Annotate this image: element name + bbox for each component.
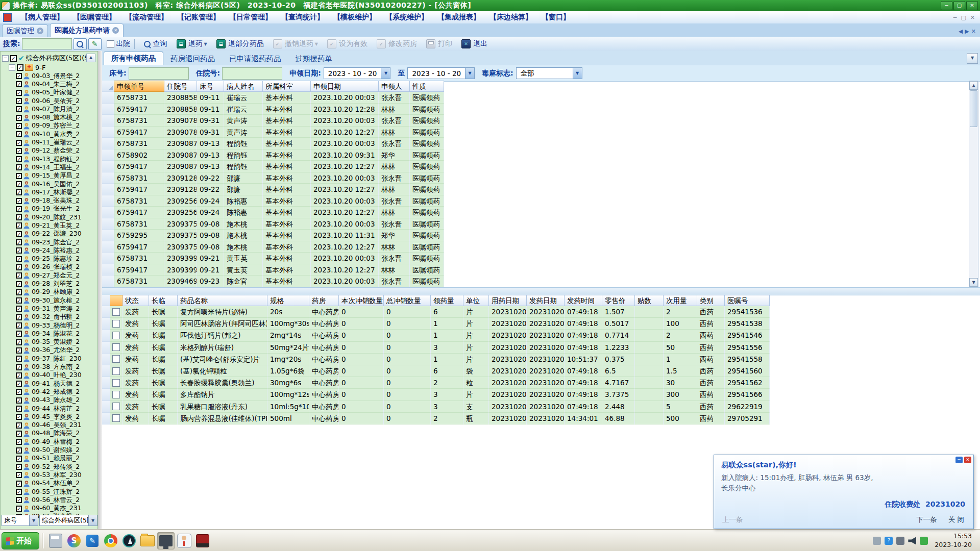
cell-category[interactable]: 西药 <box>697 354 725 365</box>
cell-order-type[interactable]: 长嘱 <box>149 342 178 354</box>
checkbox[interactable]: ✓ <box>16 439 22 445</box>
cell-requester[interactable]: 张永晋 <box>379 276 410 287</box>
cell-department[interactable]: 基本外科 <box>263 218 311 230</box>
admission-filter-input[interactable] <box>222 67 282 80</box>
table-splitter[interactable] <box>102 287 980 295</box>
cell-request-date[interactable]: 2023.10.20 00:03 <box>311 92 379 104</box>
cell-use-date[interactable]: 20231020 <box>489 377 527 389</box>
cell-order-no[interactable]: 29541558 <box>725 354 770 365</box>
cell-request-no[interactable]: 6758731 <box>114 138 164 149</box>
pen-app-icon[interactable]: ✎ <box>84 532 101 549</box>
next-message-link[interactable]: 下一条 <box>916 515 937 524</box>
tab-scroll-right-icon[interactable]: ▶ <box>965 28 969 35</box>
splitter[interactable] <box>98 51 102 530</box>
cell-pharmacy[interactable]: 中心药房 <box>309 377 339 389</box>
cell-order-no[interactable]: 29541536 <box>725 306 770 318</box>
cell-patient-name[interactable]: 邵濂 <box>224 172 263 184</box>
checkbox[interactable]: ✓ <box>16 331 22 337</box>
menu-item[interactable]: 【集成报表】 <box>433 13 485 22</box>
cell-request-date[interactable]: 2023.10.20 12:27 <box>311 161 379 172</box>
popup-close-icon[interactable]: ✕ <box>964 457 971 463</box>
patient-tree-item[interactable]: ✓09-03_傅景华_2 <box>16 72 97 80</box>
cell-request-no[interactable]: 6758902 <box>114 149 164 161</box>
patient-tree-item[interactable]: ✓09-12_蔡金荣_2 <box>16 147 97 155</box>
cell-status[interactable]: 发药 <box>122 342 149 354</box>
checkbox[interactable]: ✓ <box>16 81 22 87</box>
cell-department[interactable]: 基本外科 <box>263 161 311 172</box>
cell-bed-no[interactable]: 09-13 <box>197 149 224 161</box>
patient-tree-item[interactable]: ✓09-24_陈裕惠_2 <box>16 246 97 255</box>
row-checkbox[interactable] <box>112 403 120 410</box>
cell-current-offset-qty[interactable]: 0 <box>339 330 384 341</box>
menu-item[interactable]: 【日常管理】 <box>225 13 277 22</box>
cell-pharmacy[interactable]: 中心药房 <box>309 401 339 413</box>
vertical-scrollbar[interactable]: ▲ ▼ <box>969 81 978 287</box>
row-marker[interactable] <box>102 207 114 218</box>
cell-order-no[interactable]: 29541562 <box>725 377 770 389</box>
checkbox[interactable]: ✓ <box>16 222 22 229</box>
cell-request-no[interactable]: 6758731 <box>114 253 164 264</box>
cell-admission-no[interactable]: 2309399 <box>164 264 197 276</box>
cell-dispense-date[interactable]: 20231020 <box>527 306 565 318</box>
checkbox[interactable]: ✓ <box>16 322 22 329</box>
cell-requester[interactable]: 林林 <box>379 127 410 138</box>
patient-tree-item[interactable]: ✓09-34_陈淑花_2 <box>16 330 97 338</box>
column-header[interactable]: 本次冲销数量 <box>339 295 384 306</box>
checkbox[interactable]: ✓ <box>17 64 23 71</box>
cell-dispense-time[interactable]: 14:34:01 <box>565 413 602 424</box>
cell-drug-name[interactable]: 阿司匹林肠溶片(拜阿司匹林) <box>178 318 267 330</box>
panel-collapse-icon[interactable]: ▼ <box>967 53 978 64</box>
cell-current-offset-qty[interactable]: 0 <box>339 413 384 424</box>
cell-order-no[interactable]: 29541556 <box>725 342 770 354</box>
cell-use-date[interactable]: 20231020 <box>489 389 527 400</box>
tab-list-close-icon[interactable]: ✕ <box>971 28 976 35</box>
cell-department[interactable]: 基本外科 <box>263 104 311 115</box>
cell-nature[interactable]: 医嘱领药 <box>410 172 444 184</box>
patient-tree-item[interactable]: ✓09-14_王福生_2 <box>16 163 97 171</box>
cell-nature[interactable]: 医嘱领药 <box>410 253 444 264</box>
checkbox[interactable]: ✓ <box>16 347 22 354</box>
patient-tree-item[interactable]: ✓09-25_陈惠珍_2 <box>16 255 97 263</box>
scroll-down-icon[interactable]: ▼ <box>969 278 978 287</box>
cell-admission-no[interactable]: 2309087 <box>164 149 197 161</box>
checkbox[interactable]: ✓ <box>16 206 22 212</box>
cell-category[interactable]: 西药 <box>697 330 725 341</box>
cell-request-date[interactable]: 2023.10.20 00:03 <box>311 172 379 184</box>
cell-requester[interactable]: 张永晋 <box>379 115 410 127</box>
cell-bed-no[interactable]: 09-08 <box>197 241 224 253</box>
cell-drug-name[interactable]: 米格列醇片(瑞舒) <box>178 342 267 354</box>
subtab-all-requested[interactable]: 所有申领药品 <box>104 52 163 65</box>
checkbox[interactable]: ✓ <box>16 306 22 312</box>
cell-dispense-qty[interactable]: 1 <box>431 318 463 330</box>
cell-dispense-qty[interactable]: 2 <box>431 413 463 424</box>
cell-request-no[interactable]: 6759417 <box>114 241 164 253</box>
cell-department[interactable]: 基本外科 <box>263 264 311 276</box>
cell-dispense-time[interactable]: 07:49:18 <box>565 365 602 377</box>
cell-request-no[interactable]: 6759417 <box>114 184 164 195</box>
subtab-expired-orders[interactable]: 过期摆药单 <box>288 53 340 65</box>
cell-admission-no[interactable]: 2309469 <box>164 276 197 287</box>
cell-dispense-date[interactable]: 20231020 <box>527 365 565 377</box>
cell-order-type[interactable]: 长嘱 <box>149 377 178 389</box>
row-marker[interactable] <box>102 413 110 424</box>
cell-admission-no[interactable]: 2309078 <box>164 127 197 138</box>
cell-dispense-date[interactable]: 20231020 <box>527 377 565 389</box>
mdi-close-icon[interactable]: ✕ <box>970 14 975 21</box>
cell-bed-no[interactable]: 09-23 <box>197 276 224 287</box>
close-icon[interactable]: ✕ <box>966 1 978 10</box>
column-header[interactable]: 零售价 <box>602 295 635 306</box>
cell-nature[interactable]: 医嘱领药 <box>410 104 444 115</box>
row-marker[interactable] <box>102 377 110 389</box>
cell-request-date[interactable]: 2023.10.20 09:31 <box>311 149 379 161</box>
cell-request-no[interactable]: 6759417 <box>114 104 164 115</box>
cell-total-offset-qty[interactable]: 0 <box>384 342 431 354</box>
checkbox[interactable]: ✓ <box>16 156 22 162</box>
patient-tree-item[interactable]: ✓09-43_陈永雄_2 <box>16 396 97 405</box>
checkbox[interactable]: ✓ <box>16 264 22 270</box>
row-checkbox[interactable] <box>112 332 120 339</box>
cell-dispense-qty[interactable]: 1 <box>431 330 463 341</box>
request-row[interactable]: 6758731230925609-24陈裕惠基本外科2023.10.20 00:… <box>102 195 444 207</box>
cell-total-offset-qty[interactable]: 0 <box>384 330 431 341</box>
cell-total-offset-qty[interactable]: 0 <box>384 318 431 330</box>
cell-drug-name[interactable]: 复方阿嗪米特片(泌特) <box>178 306 267 318</box>
